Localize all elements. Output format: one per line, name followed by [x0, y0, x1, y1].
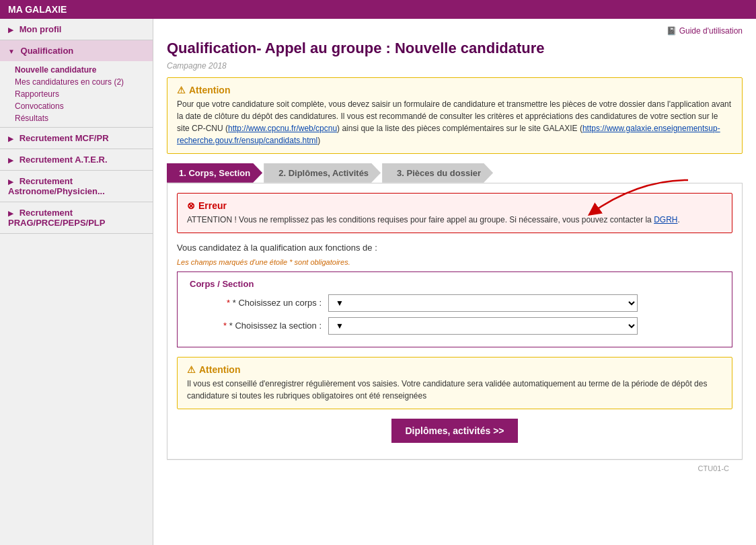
- tab-diplomes-activites[interactable]: 2. Diplômes, Activités: [264, 163, 381, 183]
- sidebar-item-recrutement-astro[interactable]: ▶ Recrutement Astronome/Physicien...: [0, 171, 153, 202]
- error-box: Erreur ATTENTION ! Vous ne remplissez pa…: [177, 193, 732, 233]
- arrow-icon-mcf: ▶: [8, 135, 13, 142]
- sidebar-item-recrutement-ater[interactable]: ▶ Recrutement A.T.E.R.: [0, 149, 153, 170]
- book-icon: 📓: [667, 26, 677, 36]
- tab-diplomes-label: 2. Diplômes, Activités: [278, 168, 369, 178]
- form-intro: Vous candidatez à la qualification aux f…: [177, 243, 732, 253]
- form-area: Erreur ATTENTION ! Vous ne remplissez pa…: [167, 183, 743, 460]
- cpcnu-link[interactable]: http://www.cpcnu.fr/web/cpcnu: [228, 124, 337, 133]
- arrow-icon-qualification: ▼: [8, 48, 15, 55]
- app-title-bar: MA GALAXIE: [0, 0, 756, 19]
- tab-corps-label: 1. Corps, Section: [179, 168, 250, 178]
- attention-box-top: Attention Pour que votre candidature soi…: [167, 77, 743, 154]
- sidebar-label-recrutement-mcf: Recrutement MCF/PR: [20, 133, 109, 143]
- sidebar-section-recrutement-prag: ▶ Recrutement PRAG/PRCE/PEPS/PLP: [0, 202, 153, 234]
- page-footer: CTU01-C: [167, 460, 743, 476]
- sidebar-label-recrutement-prag: Recrutement PRAG/PRCE/PEPS/PLP: [8, 208, 105, 228]
- sidebar-item-recrutement-mcf[interactable]: ▶ Recrutement MCF/PR: [0, 128, 153, 149]
- arrow-icon: ▶: [8, 26, 13, 34]
- form-row-corps: * * Choisissez un corps : ▼: [187, 294, 722, 312]
- sidebar-item-mon-profil[interactable]: ▶ Mon profil: [0, 19, 153, 40]
- sidebar-label-recrutement-ater: Recrutement A.T.E.R.: [20, 155, 108, 165]
- sidebar-item-qualification[interactable]: ▼ Qualification: [0, 40, 153, 61]
- sidebar-subitem-nouvelle-candidature[interactable]: Nouvelle candidature: [15, 64, 145, 76]
- required-star-section: *: [223, 321, 229, 331]
- section-label: * * Choisissez la section :: [187, 321, 322, 331]
- annotation-arrow: [584, 173, 691, 220]
- sidebar-section-mon-profil: ▶ Mon profil: [0, 19, 153, 40]
- page-title: Qualification- Appel au groupe : Nouvell…: [167, 40, 743, 57]
- attention-text-top: Pour que votre candidature soit complète…: [177, 98, 732, 146]
- campaign-label: Campagne 2018: [167, 61, 743, 71]
- attention-text-bottom: Il vous est conseillé d'enregistrer régu…: [187, 378, 722, 402]
- sidebar-subitem-mes-candidatures[interactable]: Mes candidatures en cours (2): [15, 76, 145, 88]
- form-row-section: * * Choisissez la section : ▼: [187, 317, 722, 335]
- sidebar-section-qualification: ▼ Qualification Nouvelle candidature Mes…: [0, 40, 153, 128]
- arrow-icon-astro: ▶: [8, 178, 13, 185]
- sidebar-subitem-convocations[interactable]: Convocations: [15, 100, 145, 112]
- corps-section-fieldset: Corps / Section * * Choisissez un corps …: [177, 271, 732, 347]
- sidebar-subitem-resultats[interactable]: Résultats: [15, 112, 145, 124]
- guide-link[interactable]: 📓 Guide d'utilisation: [167, 26, 743, 36]
- sidebar-section-recrutement-ater: ▶ Recrutement A.T.E.R.: [0, 149, 153, 171]
- attention-title-bottom: Attention: [187, 364, 722, 375]
- footer-ref: CTU01-C: [698, 464, 729, 472]
- sidebar-subitems-qualification: Nouvelle candidature Mes candidatures en…: [0, 61, 153, 127]
- arrow-icon-prag: ▶: [8, 210, 13, 217]
- tab-pieces-label: 3. Pièces du dossier: [397, 168, 481, 178]
- main-content: 📓 Guide d'utilisation Qualification- App…: [153, 19, 756, 545]
- sidebar-label-recrutement-astro: Recrutement Astronome/Physicien...: [8, 176, 105, 196]
- attention-title-top: Attention: [177, 85, 732, 95]
- required-star-corps: *: [227, 298, 233, 308]
- sidebar-label-qualification: Qualification: [21, 46, 74, 56]
- corps-select[interactable]: ▼: [328, 294, 638, 312]
- attention-box-bottom: Attention Il vous est conseillé d'enregi…: [177, 357, 732, 409]
- sidebar-subitem-rapporteurs[interactable]: Rapporteurs: [15, 88, 145, 100]
- corps-label: * * Choisissez un corps :: [187, 298, 322, 308]
- form-required-note: Les champs marqués d'une étoile * sont o…: [177, 258, 732, 266]
- sidebar: ▶ Mon profil ▼ Qualification Nouvelle ca…: [0, 19, 153, 545]
- next-button[interactable]: Diplômes, activités >>: [391, 419, 517, 443]
- sidebar-item-recrutement-prag[interactable]: ▶ Recrutement PRAG/PRCE/PEPS/PLP: [0, 202, 153, 233]
- tab-pieces-dossier[interactable]: 3. Pièces du dossier: [382, 163, 493, 183]
- guide-link-label: Guide d'utilisation: [679, 26, 743, 36]
- tab-corps-section[interactable]: 1. Corps, Section: [167, 163, 262, 183]
- sidebar-label-mon-profil: Mon profil: [20, 24, 62, 34]
- fieldset-legend: Corps / Section: [187, 279, 722, 289]
- arrow-icon-ater: ▶: [8, 157, 13, 164]
- app-title: MA GALAXIE: [8, 4, 67, 15]
- sidebar-section-recrutement-astro: ▶ Recrutement Astronome/Physicien...: [0, 171, 153, 202]
- section-select[interactable]: ▼: [328, 317, 638, 335]
- sidebar-section-recrutement-mcf: ▶ Recrutement MCF/PR: [0, 128, 153, 149]
